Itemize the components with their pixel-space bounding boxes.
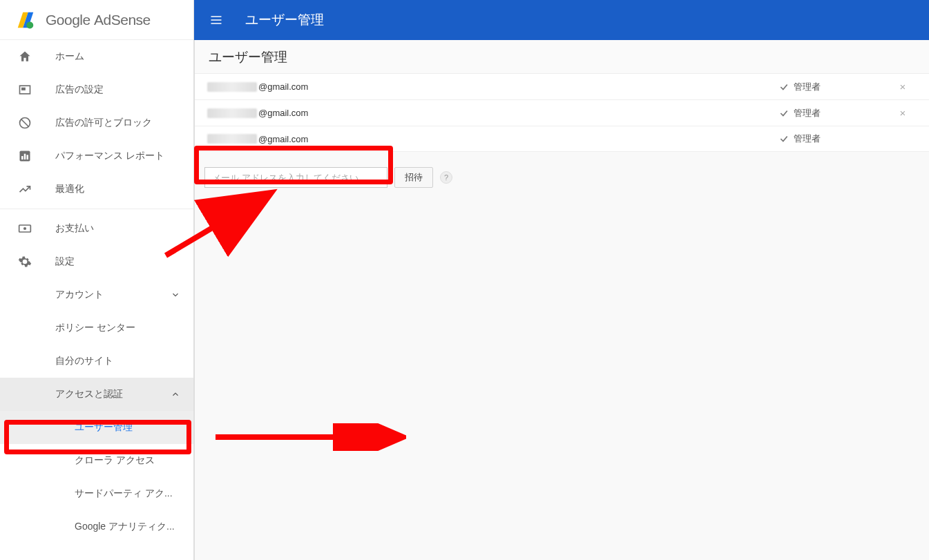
- sidebar-item-payments[interactable]: お支払い: [0, 212, 193, 245]
- gear-icon: [17, 253, 33, 270]
- sidebar-item-label: アカウント: [55, 289, 104, 301]
- hamburger-menu-icon[interactable]: [208, 12, 224, 28]
- sidebar-item-label: 自分のサイト: [55, 355, 113, 367]
- help-icon[interactable]: ?: [440, 171, 452, 184]
- sidebar-item-label: ホーム: [55, 50, 84, 63]
- sidebar-item-performance[interactable]: パフォーマンス レポート: [0, 139, 193, 173]
- page-title: ユーザー管理: [245, 11, 324, 29]
- invite-button[interactable]: 招待: [394, 167, 433, 188]
- logo-area: Google AdSense: [0, 0, 193, 40]
- block-icon: [17, 115, 33, 131]
- user-row: @gmail.com管理者×: [195, 99, 929, 126]
- sidebar-item-thirdparty-access[interactable]: サードパーティ アク...: [0, 477, 193, 510]
- top-header: ユーザー管理: [194, 0, 929, 40]
- sidebar-item-label: ポリシー センター: [55, 322, 135, 334]
- chevron-down-icon: [169, 288, 182, 302]
- main-content: ユーザー管理 @gmail.com管理者×@gmail.com管理者×@gmai…: [194, 40, 929, 560]
- user-email: @gmail.com: [207, 108, 778, 118]
- sidebar-item-settings[interactable]: 設定: [0, 245, 193, 278]
- payments-icon: [17, 220, 33, 237]
- svg-line-4: [21, 119, 28, 126]
- sidebar-item-label: アクセスと認証: [55, 388, 123, 400]
- sidebar-item-label: ユーザー管理: [75, 421, 133, 434]
- brand-text: Google AdSense: [46, 12, 151, 28]
- sidebar-item-label: 広告の設定: [55, 84, 104, 96]
- checkmark-icon: [778, 108, 789, 119]
- sidebar-item-label: お支払い: [55, 222, 94, 235]
- sidebar-item-label: 広告の許可とブロック: [55, 117, 152, 129]
- sidebar-item-optimization[interactable]: 最適化: [0, 173, 193, 206]
- bar-chart-icon: [17, 148, 33, 164]
- adsense-logo-icon: [15, 10, 36, 30]
- sidebar-item-label: パフォーマンス レポート: [55, 150, 164, 162]
- sidebar-item-access-auth[interactable]: アクセスと認証: [0, 378, 193, 411]
- sidebar-item-google-analytics[interactable]: Google アナリティク...: [0, 510, 193, 543]
- nav-divider: [0, 209, 193, 209]
- admin-checkbox[interactable]: 管理者: [778, 81, 889, 93]
- chevron-up-icon: [169, 387, 182, 401]
- svg-rect-8: [27, 155, 29, 160]
- remove-user-button[interactable]: ×: [889, 81, 917, 93]
- sidebar-item-label: サードパーティ アク...: [75, 487, 173, 500]
- user-row: @gmail.com管理者: [195, 126, 929, 152]
- sidebar-item-label: 設定: [55, 255, 75, 268]
- sidebar-item-ads[interactable]: 広告の設定: [0, 73, 193, 106]
- admin-checkbox[interactable]: 管理者: [778, 133, 889, 145]
- checkmark-icon: [778, 133, 789, 144]
- user-email: @gmail.com: [207, 81, 778, 92]
- user-row: @gmail.com管理者×: [195, 73, 929, 99]
- remove-user-button[interactable]: ×: [889, 107, 917, 119]
- ad-unit-icon: [17, 81, 33, 98]
- home-icon: [17, 48, 33, 65]
- checkmark-icon: [778, 81, 789, 93]
- sidebar-item-label: Google アナリティク...: [75, 521, 175, 533]
- sidebar-item-home[interactable]: ホーム: [0, 40, 193, 73]
- sidebar-item-label: クローラ アクセス: [75, 454, 155, 467]
- sidebar-item-account[interactable]: アカウント: [0, 278, 193, 311]
- svg-rect-6: [21, 156, 23, 160]
- user-email: @gmail.com: [207, 134, 778, 144]
- svg-rect-7: [24, 154, 26, 160]
- sidebar-item-crawler-access[interactable]: クローラ アクセス: [0, 444, 193, 477]
- sidebar: Google AdSense ホーム 広告の設定 広告の許可とブロック パフォー…: [0, 0, 194, 560]
- sidebar-item-allow-block[interactable]: 広告の許可とブロック: [0, 106, 193, 139]
- svg-rect-2: [21, 88, 26, 90]
- svg-point-0: [26, 21, 33, 28]
- sidebar-item-label: 最適化: [55, 183, 84, 195]
- section-title: ユーザー管理: [195, 40, 929, 73]
- redacted-text: [207, 82, 257, 92]
- invite-row: 招待 ?: [195, 152, 929, 203]
- admin-checkbox[interactable]: 管理者: [778, 107, 889, 119]
- redacted-text: [207, 134, 257, 144]
- svg-point-10: [23, 227, 26, 230]
- trending-up-icon: [17, 181, 33, 197]
- sidebar-item-policy[interactable]: ポリシー センター: [0, 311, 193, 345]
- invite-email-input[interactable]: [204, 167, 387, 188]
- sidebar-item-user-management[interactable]: ユーザー管理: [0, 411, 193, 444]
- redacted-text: [207, 108, 257, 118]
- sidebar-item-mysites[interactable]: 自分のサイト: [0, 345, 193, 378]
